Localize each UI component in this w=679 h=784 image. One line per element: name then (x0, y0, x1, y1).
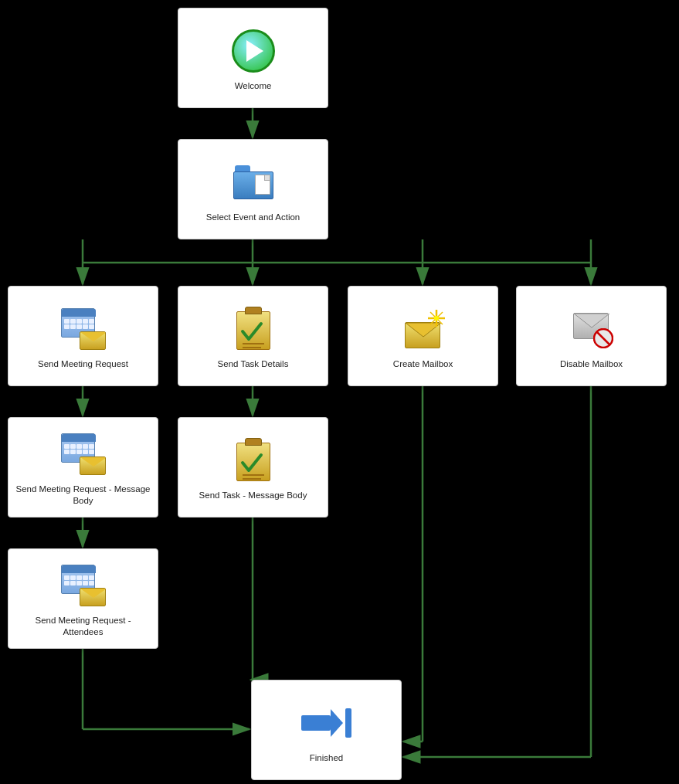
send-task-body-node[interactable]: Send Task - Message Body (178, 417, 328, 518)
create-mailbox-label: Create Mailbox (393, 358, 453, 370)
send-task-label: Send Task Details (218, 358, 289, 370)
send-meeting-body-label: Send Meeting Request - Message Body (15, 484, 151, 507)
welcome-node[interactable]: Welcome (178, 8, 328, 108)
welcome-label: Welcome (235, 80, 272, 92)
disable-mailbox-node[interactable]: Disable Mailbox (516, 286, 667, 386)
send-task-node[interactable]: Send Task Details (178, 286, 328, 386)
flow-diagram: Welcome Select Event and Action (0, 0, 679, 784)
select-event-icon (229, 158, 278, 207)
send-task-icon (229, 304, 278, 354)
create-mailbox-icon (399, 304, 448, 354)
send-meeting-body-node[interactable]: Send Meeting Request - Message Body (8, 417, 158, 518)
disable-mailbox-label: Disable Mailbox (560, 358, 623, 370)
connectors (0, 0, 679, 784)
disable-mailbox-icon (567, 304, 616, 354)
send-meeting-attendees-node[interactable]: Send Meeting Request - Attendees (8, 548, 158, 649)
send-meeting-attendees-icon (59, 561, 108, 610)
create-mailbox-node[interactable]: Create Mailbox (348, 286, 498, 386)
send-meeting-label: Send Meeting Request (38, 358, 128, 370)
send-task-body-icon (229, 436, 278, 485)
finished-icon (302, 698, 351, 748)
send-meeting-node[interactable]: Send Meeting Request (8, 286, 158, 386)
send-meeting-body-icon (59, 429, 108, 479)
select-event-label: Select Event and Action (206, 212, 300, 223)
finished-label: Finished (310, 752, 343, 764)
send-meeting-icon (59, 304, 108, 354)
welcome-icon (229, 26, 278, 76)
send-meeting-attendees-label: Send Meeting Request - Attendees (15, 615, 151, 638)
svg-point-29 (434, 316, 439, 321)
send-task-body-label: Send Task - Message Body (199, 490, 307, 501)
finished-node[interactable]: Finished (251, 680, 402, 780)
select-event-node[interactable]: Select Event and Action (178, 139, 328, 239)
svg-marker-30 (574, 314, 609, 328)
